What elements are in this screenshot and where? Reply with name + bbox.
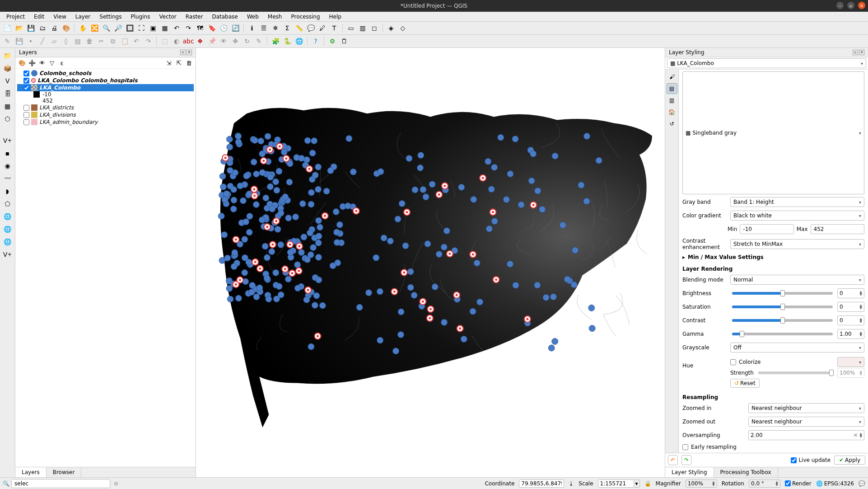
tab-layers[interactable]: Layers (15, 467, 47, 477)
layer-row[interactable]: LKA_admin_boundary (17, 118, 194, 126)
coordinate-input[interactable] (519, 480, 564, 488)
color-gradient-select[interactable]: Black to white (730, 211, 864, 221)
brightness-input[interactable]: 0▲▼ (837, 288, 864, 298)
menu-view[interactable]: View (49, 13, 70, 21)
layers-visibility-button[interactable]: 👁 (38, 59, 46, 67)
enable-tracing-button[interactable]: ◐ (171, 36, 182, 47)
rotation-input[interactable]: 0.0 °▲▼ (749, 480, 780, 488)
processing-history-button[interactable]: 🗒 (339, 36, 350, 47)
map-canvas[interactable] (196, 48, 665, 477)
layer-styling-close-button[interactable]: × (859, 50, 864, 55)
add-polygon-button[interactable]: ▱ (49, 36, 60, 47)
window-minimize-button[interactable]: – (836, 2, 844, 9)
toggle-snapping-button[interactable]: ◇ (397, 23, 408, 33)
tab-processing-toolbox[interactable]: Processing Toolbox (714, 467, 778, 477)
layers-collapse-all-button[interactable]: ⇱ (175, 59, 183, 67)
toggle-extents-icon[interactable]: ⭳ (569, 480, 574, 487)
menu-database[interactable]: Database (207, 13, 242, 21)
grayscale-select[interactable]: Off (730, 343, 864, 353)
vertex-tool-button[interactable]: ◊ (61, 36, 71, 47)
menu-help[interactable]: Help (325, 13, 346, 21)
layers-remove-button[interactable]: 🗑 (185, 59, 193, 67)
copy-features-button[interactable]: ⧉ (107, 36, 118, 47)
show-labels-button[interactable]: 👁 (218, 36, 229, 47)
layers-expression-filter-button[interactable]: ε (58, 59, 66, 67)
plugin-manage-button[interactable]: 🧩 (270, 36, 281, 47)
render-toggle[interactable]: Render (785, 480, 812, 487)
shape-digitize-ellipse-button[interactable]: ◗ (2, 185, 14, 197)
menu-web[interactable]: Web (243, 13, 263, 21)
gamma-slider[interactable] (732, 333, 833, 335)
deselect-all-button[interactable]: ◻ (369, 23, 380, 33)
new-project-button[interactable]: 📄 (2, 23, 13, 33)
select-by-value-button[interactable]: ▥ (357, 23, 368, 33)
layers-open-style-button[interactable]: 🎨 (18, 59, 26, 67)
cut-features-button[interactable]: ✂ (96, 36, 107, 47)
menu-edit[interactable]: Edit (29, 13, 49, 21)
styling-tab-transparency-icon[interactable]: ▤ (667, 83, 677, 94)
help-button[interactable]: ? (310, 36, 321, 47)
contrast-slider[interactable] (732, 319, 833, 322)
layer-tree[interactable]: Colombo_schoolsLKA_Colombo Colombo_hospi… (15, 69, 196, 467)
scale-input[interactable] (598, 480, 634, 488)
undo-style-button[interactable]: ↶ (668, 455, 678, 465)
new-geopackage-layer-button[interactable]: 📦 (2, 62, 14, 74)
layer-row[interactable]: Colombo_schools (17, 70, 194, 77)
rotate-label-button[interactable]: ↻ (242, 36, 252, 47)
reset-button[interactable]: ↺Reset (730, 379, 760, 388)
refresh-button[interactable]: 🔄 (230, 23, 241, 33)
min-input[interactable] (740, 224, 793, 234)
layers-expand-all-button[interactable]: ⇲ (165, 59, 173, 67)
styling-layer-select[interactable]: ▦ LKA_Colombo (667, 58, 866, 68)
colorize-checkbox[interactable] (730, 359, 736, 365)
strength-slider[interactable] (758, 371, 833, 374)
layer-styling-float-button[interactable]: ▫ (853, 50, 858, 55)
toggle-advanced-digitizing-button[interactable]: ⬚ (159, 36, 170, 47)
new-spatialite-layer-button[interactable]: 🗄 (2, 88, 14, 99)
xyz-layer-button[interactable]: V+ (2, 249, 14, 260)
identify-features-button[interactable]: ℹ (247, 23, 257, 33)
new-annotation-button[interactable]: 🖊 (317, 23, 328, 33)
processing-toolbox-button[interactable]: ⚙ (327, 36, 338, 47)
text-annotation-button[interactable]: T (329, 23, 340, 33)
redo-style-button[interactable]: ↷ (681, 455, 691, 465)
crs-button[interactable]: 🌐EPSG:4326 (816, 480, 854, 487)
locator-input[interactable] (11, 479, 110, 488)
delete-selected-button[interactable]: 🗑 (84, 36, 95, 47)
pan-to-selection-button[interactable]: 🔀 (89, 23, 100, 33)
shape-digitize-rect-button[interactable]: ▪ (2, 147, 14, 159)
zoom-last-button[interactable]: ↶ (171, 23, 182, 33)
pan-map-button[interactable]: ✋ (77, 23, 88, 33)
temporal-controller-button[interactable]: 🕒 (218, 23, 229, 33)
menu-project[interactable]: Project (2, 13, 29, 21)
brightness-slider[interactable] (732, 292, 833, 295)
oversampling-input[interactable]: 2.00✕▲▼ (748, 430, 864, 440)
save-as-button[interactable]: 🗂 (37, 23, 48, 33)
lock-scale-icon[interactable]: 🔒 (644, 480, 651, 487)
python-console-button[interactable]: 🐍 (282, 36, 293, 47)
layer-visibility-checkbox[interactable] (23, 85, 29, 91)
toggle-editing-button[interactable]: ✎ (2, 36, 13, 47)
new-mesh-layer-button[interactable]: ▦ (2, 100, 14, 112)
label-toolbar-button[interactable]: abc (183, 36, 194, 47)
menu-vector[interactable]: Vector (154, 13, 181, 21)
strength-input[interactable]: 100%▲▼ (837, 368, 864, 378)
move-label-button[interactable]: ✥ (230, 36, 241, 47)
statistics-summary-button[interactable]: Σ (282, 23, 293, 33)
clear-search-button[interactable]: ⊘ (112, 480, 120, 487)
styling-tab-symbology-icon[interactable]: 🖌 (667, 71, 677, 82)
zoom-to-selection-button[interactable]: ▣ (148, 23, 159, 33)
shape-digitize-circle-button[interactable]: ◉ (2, 160, 14, 172)
menu-processing[interactable]: Processing (286, 13, 324, 21)
menu-raster[interactable]: Raster (181, 13, 208, 21)
select-features-button[interactable]: ▭ (345, 23, 356, 33)
max-input[interactable] (811, 224, 864, 234)
layer-row[interactable]: LKA_Colombo (17, 84, 194, 91)
tab-layer-styling[interactable]: Layer Styling (665, 467, 714, 477)
layers-filter-button[interactable]: ▽ (48, 59, 56, 67)
layer-visibility-checkbox[interactable] (23, 112, 29, 118)
metasearch-button[interactable]: 🌐 (294, 36, 304, 47)
wcs-layer-button[interactable]: 🌐 (2, 236, 14, 248)
early-resampling-checkbox[interactable] (682, 444, 688, 450)
shape-digitize-point-button[interactable]: V+ (2, 135, 14, 146)
